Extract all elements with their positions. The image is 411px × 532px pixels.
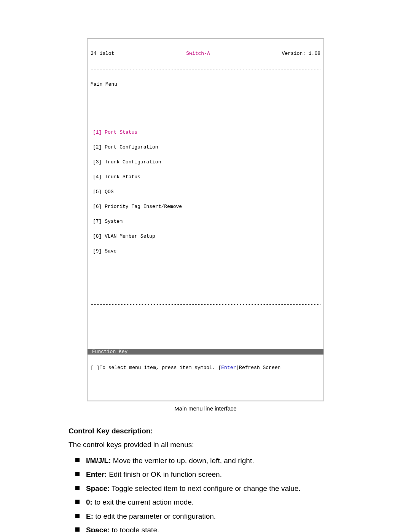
enter-key-label: Enter — [221, 365, 236, 371]
menu-item-port-status[interactable]: [1] Port Status — [93, 130, 320, 135]
menu-item-trunk-status[interactable]: [4] Trunk Status — [93, 174, 320, 179]
slot-label: 24+1slot — [91, 51, 114, 56]
divider-line: ----------------------------------------… — [91, 302, 320, 307]
list-item: I/M/J/L: Move the vernier to up, down, l… — [75, 455, 342, 466]
function-key-bar: Function Key — [88, 349, 323, 355]
list-item: Space: Toggle selected item to next conf… — [75, 483, 342, 494]
section-heading: Control Key description: — [68, 427, 342, 435]
section-intro: The control keys provided in all menus: — [68, 441, 342, 449]
menu-item-port-configuration[interactable]: [2] Port Configuration — [93, 145, 320, 150]
menu-item-save[interactable]: [9] Save — [93, 249, 320, 254]
terminal-screenshot: 24+1slot Switch-A Version: 1.08 --------… — [87, 38, 324, 401]
list-item: Enter: Edit finish or OK in function scr… — [75, 469, 342, 480]
menu-item-qos[interactable]: [5] QOS — [93, 189, 320, 194]
divider-line: ----------------------------------------… — [91, 97, 320, 102]
list-item: Space: to toggle state. — [75, 524, 342, 532]
version-label: Version: 1.08 — [282, 51, 320, 56]
list-item: E: to edit the parameter or configuratio… — [75, 511, 342, 522]
menu-item-priority-tag[interactable]: [6] Priority Tag Insert/Remove — [93, 204, 320, 209]
menu-list: [1] Port Status [2] Port Configuration [… — [91, 117, 320, 266]
terminal-header: 24+1slot Switch-A Version: 1.08 — [91, 51, 320, 57]
figure-caption: Main menu line interface — [68, 405, 342, 412]
divider-line: ----------------------------------------… — [91, 67, 320, 71]
menu-title: Main Menu — [91, 81, 320, 88]
switch-name: Switch-A — [114, 51, 282, 56]
menu-item-trunk-configuration[interactable]: [3] Trunk Configuration — [93, 160, 320, 165]
menu-item-system[interactable]: [7] System — [93, 219, 320, 224]
list-item: 0: to exit the current action mode. — [75, 497, 342, 508]
function-hint: [ ]To select menu item, press item symbo… — [91, 364, 320, 370]
control-key-list: I/M/J/L: Move the vernier to up, down, l… — [75, 455, 342, 532]
menu-item-vlan-member[interactable]: [8] VLAN Member Setup — [93, 234, 320, 239]
